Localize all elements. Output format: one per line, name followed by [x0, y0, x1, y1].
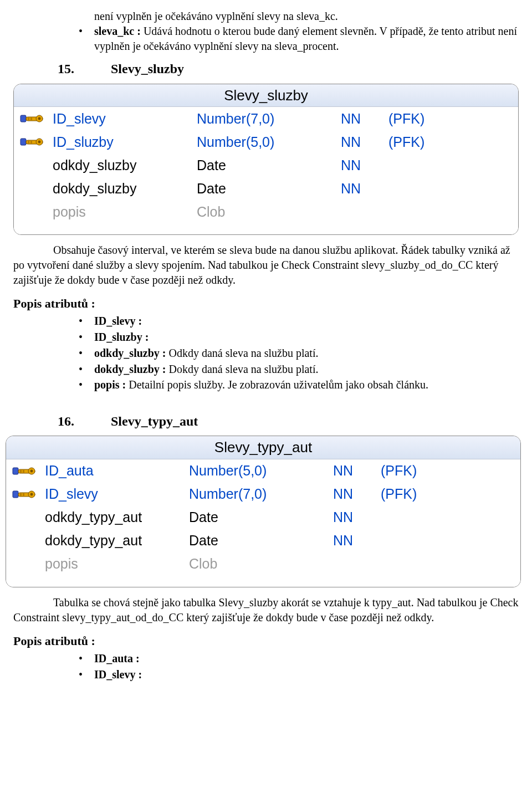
attr-name: ID_auta : — [94, 652, 140, 664]
column-name: dokdy_typy_aut — [45, 531, 189, 550]
key-icon — [19, 180, 45, 197]
intro-block: není vyplněn je očekáváno vyplnění slevy… — [13, 9, 519, 53]
svg-rect-4 — [28, 117, 29, 121]
column-nn: NN — [333, 485, 377, 504]
attr-name: popis : — [94, 378, 126, 391]
key-icon — [19, 203, 45, 220]
list-item: ID_slevy : — [79, 667, 519, 682]
key-icon — [12, 486, 37, 503]
section-15-heading: 15. Slevy_sluzby — [58, 60, 519, 78]
list-item: ID_slevy : — [79, 314, 519, 329]
column-keytag: (PFK) — [385, 133, 518, 152]
column-nn: NN — [341, 133, 385, 152]
column-type: Clob — [197, 203, 341, 222]
column-nn: NN — [333, 462, 377, 480]
column-type: Date — [189, 531, 333, 550]
column-name: ID_auta — [45, 462, 189, 480]
attr-name: odkdy_sluzby : — [94, 347, 166, 359]
svg-rect-10 — [28, 140, 29, 144]
attr-name: ID_slevy : — [94, 315, 142, 327]
section-16-num: 16. — [58, 412, 108, 430]
column-name: ID_slevy — [53, 110, 197, 129]
svg-rect-16 — [20, 469, 22, 473]
key-icon — [12, 556, 37, 572]
table-row: dokdy_sluzbyDateNN — [14, 177, 518, 200]
svg-rect-23 — [23, 493, 24, 497]
key-icon — [19, 110, 45, 127]
svg-point-9 — [38, 141, 41, 144]
attr-desc: Odkdy daná sleva na službu platí. — [166, 347, 319, 359]
intro-bullet-rest: Udává hodnotu o kterou bude daný element… — [94, 25, 517, 52]
table-row: ID_slevyNumber(7,0)NN(PFK) — [14, 107, 518, 130]
column-name: odkdy_sluzby — [53, 156, 197, 175]
db-table-slevy-sluzby: Slevy_sluzby ID_slevyNumber(7,0)NN(PFK) … — [13, 84, 519, 236]
svg-rect-12 — [13, 468, 18, 474]
column-name: ID_sluzby — [53, 133, 197, 152]
column-name: ID_slevy — [45, 485, 189, 504]
key-icon — [19, 134, 45, 150]
svg-rect-22 — [20, 493, 22, 497]
svg-rect-17 — [23, 469, 24, 473]
column-type: Clob — [189, 555, 333, 574]
table-row: ID_sluzbyNumber(5,0)NN(PFK) — [14, 130, 518, 154]
section-15-num: 15. — [58, 60, 108, 78]
column-keytag: (PFK) — [385, 110, 518, 129]
svg-point-21 — [30, 493, 33, 496]
column-name: odkdy_typy_aut — [45, 508, 189, 527]
list-item: odkdy_sluzby : Odkdy daná sleva na služb… — [79, 346, 519, 361]
table-row: dokdy_typy_autDateNN — [6, 529, 520, 553]
section-15-paragraph: Obsahuje časový interval, ve kterém se s… — [13, 243, 519, 287]
svg-rect-6 — [21, 139, 26, 145]
attrs-list-16: ID_auta :ID_slevy : — [13, 651, 519, 682]
column-type: Number(5,0) — [189, 462, 333, 480]
table-row: odkdy_typy_autDateNN — [6, 506, 520, 529]
section-15-title: Slevy_sluzby — [111, 62, 184, 76]
column-nn: NN — [333, 508, 377, 527]
list-item: popis : Detailní popis služby. Je zobraz… — [79, 377, 519, 392]
svg-point-3 — [38, 117, 41, 120]
attr-name: dokdy_sluzby : — [94, 363, 166, 375]
svg-rect-11 — [30, 140, 32, 144]
intro-bullet: sleva_kc : Udává hodnotu o kterou bude d… — [79, 24, 519, 54]
column-type: Number(7,0) — [189, 485, 333, 504]
column-keytag: (PFK) — [377, 462, 520, 480]
column-nn: NN — [341, 156, 385, 175]
attr-desc: Dokdy daná sleva na službu platí. — [166, 363, 319, 375]
intro-list: sleva_kc : Udává hodnotu o kterou bude d… — [13, 24, 519, 54]
column-type: Date — [197, 180, 341, 198]
svg-rect-18 — [13, 491, 18, 498]
key-icon — [12, 463, 37, 479]
db-table-caption: Slevy_typy_aut — [6, 436, 520, 459]
table-row: odkdy_sluzbyDateNN — [14, 154, 518, 177]
column-name: popis — [45, 555, 189, 574]
section-15-para-text: Obsahuje časový interval, ve kterém se s… — [13, 243, 519, 287]
key-icon — [19, 157, 45, 173]
section-16-heading: 16. Slevy_typy_aut — [58, 412, 519, 430]
key-icon — [12, 509, 37, 526]
column-keytag: (PFK) — [377, 485, 520, 504]
column-type: Number(5,0) — [197, 133, 341, 152]
key-icon — [12, 533, 37, 549]
table-row: popisClob — [6, 553, 520, 576]
column-type: Date — [189, 508, 333, 527]
section-16-para-text: Tabulka se chová stejně jako tabulka Sle… — [13, 595, 519, 625]
popis-atributu-16: Popis atributů : — [13, 633, 519, 649]
table-row: ID_slevyNumber(7,0)NN(PFK) — [6, 483, 520, 506]
section-16-title: Slevy_typy_aut — [111, 414, 198, 428]
column-name: popis — [53, 203, 197, 222]
svg-rect-5 — [30, 117, 32, 121]
section-16-paragraph: Tabulka se chová stejně jako tabulka Sle… — [13, 595, 519, 625]
column-nn: NN — [333, 531, 377, 550]
attrs-list-15: ID_slevy :ID_sluzby :odkdy_sluzby : Odkd… — [13, 314, 519, 392]
db-table-rows: ID_slevyNumber(7,0)NN(PFK) ID_sluzbyNumb… — [14, 107, 518, 234]
column-type: Date — [197, 156, 341, 175]
db-table-caption: Slevy_sluzby — [14, 84, 518, 108]
attr-name: ID_sluzby : — [94, 331, 149, 343]
column-nn: NN — [341, 180, 385, 198]
column-type: Number(7,0) — [197, 110, 341, 129]
svg-rect-0 — [21, 115, 26, 122]
intro-bullet-bold: sleva_kc : — [94, 25, 141, 37]
attr-desc: Detailní popis služby. Je zobrazován uži… — [126, 378, 428, 391]
column-name: dokdy_sluzby — [53, 180, 197, 198]
popis-atributu-15: Popis atributů : — [13, 295, 519, 311]
